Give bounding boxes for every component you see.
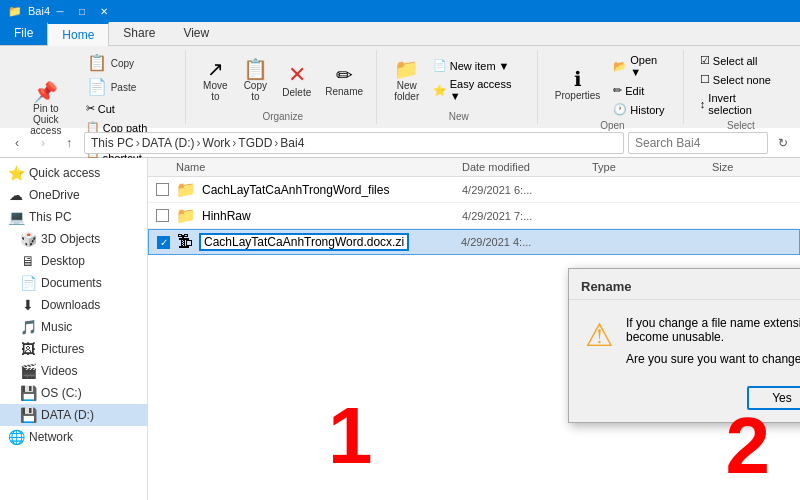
sidebar-item-this-pc[interactable]: 💻 This PC <box>0 206 147 228</box>
header-date[interactable]: Date modified <box>462 161 592 173</box>
header-type[interactable]: Type <box>592 161 712 173</box>
address-part-work: Work <box>203 136 231 150</box>
easy-access-button[interactable]: ⭐ Easy access ▼ <box>429 76 529 104</box>
open-label: Open ▼ <box>630 54 671 78</box>
copy-to-icon: 📋 <box>243 59 268 79</box>
paste-button[interactable]: 📄 Paste <box>82 76 177 98</box>
pictures-icon: 🖼 <box>20 341 36 357</box>
ribbon-tabs: File Home Share View <box>0 22 800 46</box>
file3-check[interactable]: ✓ <box>157 236 177 249</box>
file3-rename-input[interactable] <box>199 233 461 251</box>
cut-label: Cut <box>98 103 115 115</box>
sidebar-item-documents[interactable]: 📄 Documents <box>0 272 147 294</box>
new-item-button[interactable]: 📄 New item ▼ <box>429 57 529 74</box>
sidebar-item-desktop[interactable]: 🖥 Desktop <box>0 250 147 272</box>
maximize-button[interactable]: □ <box>72 3 92 19</box>
minimize-button[interactable]: ─ <box>50 3 70 19</box>
properties-button[interactable]: ℹ Properties <box>550 66 605 104</box>
this-pc-icon: 💻 <box>8 209 24 225</box>
sidebar-item-label-quick-access: Quick access <box>29 166 100 180</box>
ribbon-content: 📌 Pin to Quickaccess 📋 Copy 📄 Paste ✂ Cu… <box>0 46 800 128</box>
file2-checkbox[interactable] <box>156 209 169 222</box>
main-area: ⭐ Quick access ☁ OneDrive 💻 This PC 🎲 3D… <box>0 158 800 500</box>
sidebar-item-3d-objects[interactable]: 🎲 3D Objects <box>0 228 147 250</box>
file2-check[interactable] <box>156 209 176 222</box>
search-input[interactable] <box>628 132 768 154</box>
rename-field[interactable] <box>199 233 409 251</box>
copy-icon: 📋 <box>87 55 107 71</box>
back-button[interactable]: ‹ <box>6 132 28 154</box>
sidebar-item-label-data-d: DATA (D:) <box>41 408 94 422</box>
rename-button[interactable]: ✏ Rename <box>320 62 368 100</box>
copy-button[interactable]: 📋 Copy <box>82 52 177 74</box>
new-item-icon: 📄 <box>433 59 447 72</box>
pin-icon: 📌 <box>33 82 58 102</box>
sidebar-item-pictures[interactable]: 🖼 Pictures <box>0 338 147 360</box>
open-icon: 📂 <box>613 60 627 73</box>
tab-share[interactable]: Share <box>109 22 169 45</box>
sidebar-item-data-d[interactable]: 💾 DATA (D:) <box>0 404 147 426</box>
quick-access-icon: ⭐ <box>8 165 24 181</box>
move-icon: ↗ <box>207 59 224 79</box>
invert-selection-button[interactable]: ↕ Invert selection <box>696 90 786 118</box>
move-to-button[interactable]: ↗ Moveto <box>197 56 233 105</box>
paste-icon: 📄 <box>87 79 107 95</box>
copy-to-button[interactable]: 📋 Copyto <box>237 56 273 105</box>
address-bar[interactable]: This PC › DATA (D:) › Work › TGDD › Bai4 <box>84 132 624 154</box>
sidebar-item-network[interactable]: 🌐 Network <box>0 426 147 448</box>
up-button[interactable]: ↑ <box>58 132 80 154</box>
delete-button[interactable]: ✕ Delete <box>277 61 316 101</box>
close-button[interactable]: ✕ <box>94 3 114 19</box>
cut-button[interactable]: ✂ Cut <box>82 100 177 117</box>
sidebar-item-videos[interactable]: 🎬 Videos <box>0 360 147 382</box>
file2-icon: 📁 <box>176 206 196 225</box>
tab-home[interactable]: Home <box>47 22 109 46</box>
properties-label: Properties <box>555 90 601 101</box>
sidebar-item-onedrive[interactable]: ☁ OneDrive <box>0 184 147 206</box>
pin-button[interactable]: 📌 Pin to Quickaccess <box>14 79 78 139</box>
select-all-icon: ☑ <box>700 54 710 67</box>
file3-checkbox[interactable]: ✓ <box>157 236 170 249</box>
network-icon: 🌐 <box>8 429 24 445</box>
cut-icon: ✂ <box>86 102 95 115</box>
header-size[interactable]: Size <box>712 161 792 173</box>
sidebar-item-quick-access[interactable]: ⭐ Quick access <box>0 162 147 184</box>
move-label: Moveto <box>203 80 227 102</box>
file-row-1[interactable]: 📁 CachLayTatCaAnhTrongWord_files 4/29/20… <box>148 177 800 203</box>
select-all-button[interactable]: ☑ Select all <box>696 52 786 69</box>
history-label: History <box>630 104 664 116</box>
history-button[interactable]: 🕐 History <box>609 101 675 118</box>
file2-name: HinhRaw <box>202 209 462 223</box>
rename-dialog[interactable]: Rename ✕ ⚠ If you change a file name ext… <box>568 268 800 423</box>
tab-file[interactable]: File <box>0 22 47 45</box>
copy-label: Copy <box>111 58 134 69</box>
sidebar-item-label-music: Music <box>41 320 72 334</box>
select-none-button[interactable]: ☐ Select none <box>696 71 786 88</box>
forward-button[interactable]: › <box>32 132 54 154</box>
dialog-title-bar: Rename ✕ <box>569 269 800 300</box>
tab-view[interactable]: View <box>169 22 223 45</box>
file1-checkbox[interactable] <box>156 183 169 196</box>
file-row-3[interactable]: ✓ 🗜 4/29/2021 4:... <box>148 229 800 255</box>
sidebar-item-label-downloads: Downloads <box>41 298 100 312</box>
ribbon-group-open: ℹ Properties 📂 Open ▼ ✏ Edit 🕐 History O… <box>542 50 684 124</box>
file3-icon: 🗜 <box>177 233 193 251</box>
dialog-body: ⚠ If you change a file name extension, t… <box>569 300 800 378</box>
dialog-message: If you change a file name extension, the… <box>626 316 800 344</box>
refresh-button[interactable]: ↻ <box>772 132 794 154</box>
file1-check[interactable] <box>156 183 176 196</box>
dialog-yes-button[interactable]: Yes <box>747 386 800 410</box>
sidebar-item-music[interactable]: 🎵 Music <box>0 316 147 338</box>
ribbon-group-select: ☑ Select all ☐ Select none ↕ Invert sele… <box>688 50 794 124</box>
address-part-bai4: Bai4 <box>280 136 304 150</box>
sidebar-item-downloads[interactable]: ⬇ Downloads <box>0 294 147 316</box>
file-row-2[interactable]: 📁 HinhRaw 4/29/2021 7:... <box>148 203 800 229</box>
open-button[interactable]: 📂 Open ▼ <box>609 52 675 80</box>
downloads-icon: ⬇ <box>20 297 36 313</box>
header-name[interactable]: Name <box>176 161 462 173</box>
file1-name: CachLayTatCaAnhTrongWord_files <box>202 183 462 197</box>
sidebar-item-os-c[interactable]: 💾 OS (C:) <box>0 382 147 404</box>
edit-button[interactable]: ✏ Edit <box>609 82 675 99</box>
address-part-data: DATA (D:) <box>142 136 195 150</box>
new-folder-button[interactable]: 📁 Newfolder <box>389 56 425 105</box>
